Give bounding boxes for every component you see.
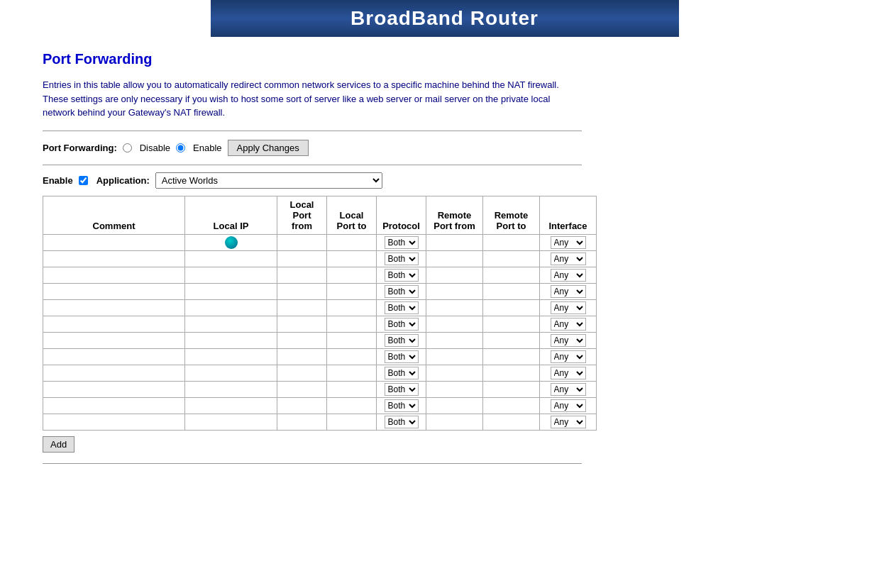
remote-port-to-input-2[interactable]	[486, 270, 536, 280]
remote-port-to-input-3[interactable]	[486, 287, 536, 296]
local-port-to-input-8[interactable]	[330, 368, 373, 378]
local-ip-input-10[interactable]	[188, 401, 274, 411]
local-port-from-input-1[interactable]	[280, 254, 324, 264]
remote-port-from-input-11[interactable]	[429, 417, 480, 427]
local-port-from-input-4[interactable]	[280, 303, 324, 313]
protocol-select-1[interactable]: BothTCPUDP	[385, 253, 419, 265]
comment-input-2[interactable]	[46, 270, 182, 280]
comment-input-6[interactable]	[46, 335, 182, 345]
local-port-to-input-0[interactable]	[330, 238, 373, 248]
interface-select-0[interactable]: AnyWANLAN	[551, 236, 586, 249]
interface-select-8[interactable]: AnyWANLAN	[551, 367, 586, 379]
local-port-to-input-5[interactable]	[330, 319, 373, 329]
local-port-from-input-11[interactable]	[280, 417, 324, 427]
local-ip-input-5[interactable]	[188, 319, 274, 329]
interface-select-5[interactable]: AnyWANLAN	[551, 318, 586, 331]
interface-select-4[interactable]: AnyWANLAN	[551, 301, 586, 314]
local-ip-input-1[interactable]	[188, 254, 274, 264]
local-port-from-input-5[interactable]	[280, 319, 324, 329]
comment-input-3[interactable]	[46, 287, 182, 296]
remote-port-to-input-6[interactable]	[486, 335, 536, 345]
comment-input-10[interactable]	[46, 401, 182, 411]
interface-select-9[interactable]: AnyWANLAN	[551, 383, 586, 396]
remote-port-from-input-10[interactable]	[429, 401, 480, 411]
remote-port-to-input-10[interactable]	[486, 401, 536, 411]
local-port-from-input-0[interactable]	[280, 238, 324, 248]
protocol-select-4[interactable]: BothTCPUDP	[385, 301, 419, 314]
comment-input-4[interactable]	[46, 303, 182, 313]
remote-port-from-input-7[interactable]	[429, 352, 480, 362]
protocol-select-8[interactable]: BothTCPUDP	[385, 367, 419, 379]
protocol-select-3[interactable]: BothTCPUDP	[385, 285, 419, 298]
comment-input-1[interactable]	[46, 254, 182, 264]
local-port-to-input-7[interactable]	[330, 352, 373, 362]
remote-port-from-input-4[interactable]	[429, 303, 480, 313]
protocol-select-2[interactable]: BothTCPUDP	[385, 269, 419, 282]
remote-port-to-input-0[interactable]	[486, 238, 536, 248]
local-port-from-input-2[interactable]	[280, 270, 324, 280]
remote-port-from-input-5[interactable]	[429, 319, 480, 329]
apply-changes-button[interactable]: Apply Changes	[228, 140, 309, 156]
remote-port-to-input-11[interactable]	[486, 417, 536, 427]
local-ip-input-8[interactable]	[188, 368, 274, 378]
remote-port-from-input-1[interactable]	[429, 254, 480, 264]
remote-port-to-input-5[interactable]	[486, 319, 536, 329]
local-port-to-input-11[interactable]	[330, 417, 373, 427]
remote-port-from-input-0[interactable]	[429, 238, 480, 248]
local-port-from-input-7[interactable]	[280, 352, 324, 362]
local-port-to-input-10[interactable]	[330, 401, 373, 411]
comment-input-8[interactable]	[46, 368, 182, 378]
local-port-to-input-3[interactable]	[330, 287, 373, 296]
local-ip-input-3[interactable]	[188, 287, 274, 296]
protocol-select-5[interactable]: BothTCPUDP	[385, 318, 419, 331]
interface-select-11[interactable]: AnyWANLAN	[551, 416, 586, 428]
local-ip-input-6[interactable]	[188, 335, 274, 345]
local-ip-input-9[interactable]	[188, 384, 274, 394]
protocol-select-10[interactable]: BothTCPUDP	[385, 399, 419, 412]
local-ip-input-7[interactable]	[188, 352, 274, 362]
local-port-from-input-6[interactable]	[280, 335, 324, 345]
interface-select-6[interactable]: AnyWANLAN	[551, 334, 586, 347]
remote-port-to-input-8[interactable]	[486, 368, 536, 378]
interface-select-3[interactable]: AnyWANLAN	[551, 285, 586, 298]
local-port-to-input-2[interactable]	[330, 270, 373, 280]
local-ip-input-2[interactable]	[188, 270, 274, 280]
pf-enable-radio[interactable]	[176, 143, 185, 152]
interface-select-7[interactable]: AnyWANLAN	[551, 350, 586, 363]
protocol-select-0[interactable]: BothTCPUDP	[385, 236, 419, 249]
local-port-from-input-9[interactable]	[280, 384, 324, 394]
comment-input-5[interactable]	[46, 319, 182, 329]
add-button[interactable]: Add	[43, 436, 74, 453]
protocol-select-9[interactable]: BothTCPUDP	[385, 383, 419, 396]
protocol-select-7[interactable]: BothTCPUDP	[385, 350, 419, 363]
local-port-to-input-4[interactable]	[330, 303, 373, 313]
comment-input-0[interactable]	[46, 238, 182, 248]
interface-select-10[interactable]: AnyWANLAN	[551, 399, 586, 412]
application-select[interactable]: Active Worlds Age of Empires AIM Talk Ba…	[155, 172, 382, 189]
remote-port-from-input-2[interactable]	[429, 270, 480, 280]
remote-port-to-input-7[interactable]	[486, 352, 536, 362]
remote-port-to-input-1[interactable]	[486, 254, 536, 264]
remote-port-to-input-4[interactable]	[486, 303, 536, 313]
local-port-from-input-8[interactable]	[280, 368, 324, 378]
local-port-from-input-10[interactable]	[280, 401, 324, 411]
protocol-select-6[interactable]: BothTCPUDP	[385, 334, 419, 347]
local-port-to-input-9[interactable]	[330, 384, 373, 394]
protocol-select-11[interactable]: BothTCPUDP	[385, 416, 419, 428]
remote-port-from-input-3[interactable]	[429, 287, 480, 296]
remote-port-to-input-9[interactable]	[486, 384, 536, 394]
interface-select-1[interactable]: AnyWANLAN	[551, 253, 586, 265]
interface-select-2[interactable]: AnyWANLAN	[551, 269, 586, 282]
remote-port-from-input-9[interactable]	[429, 384, 480, 394]
local-port-to-input-1[interactable]	[330, 254, 373, 264]
remote-port-from-input-6[interactable]	[429, 335, 480, 345]
local-port-from-input-3[interactable]	[280, 287, 324, 296]
local-port-to-input-6[interactable]	[330, 335, 373, 345]
comment-input-9[interactable]	[46, 384, 182, 394]
local-ip-input-11[interactable]	[188, 417, 274, 427]
local-ip-input-4[interactable]	[188, 303, 274, 313]
pf-disable-radio[interactable]	[123, 143, 132, 152]
comment-input-11[interactable]	[46, 417, 182, 427]
remote-port-from-input-8[interactable]	[429, 368, 480, 378]
comment-input-7[interactable]	[46, 352, 182, 362]
